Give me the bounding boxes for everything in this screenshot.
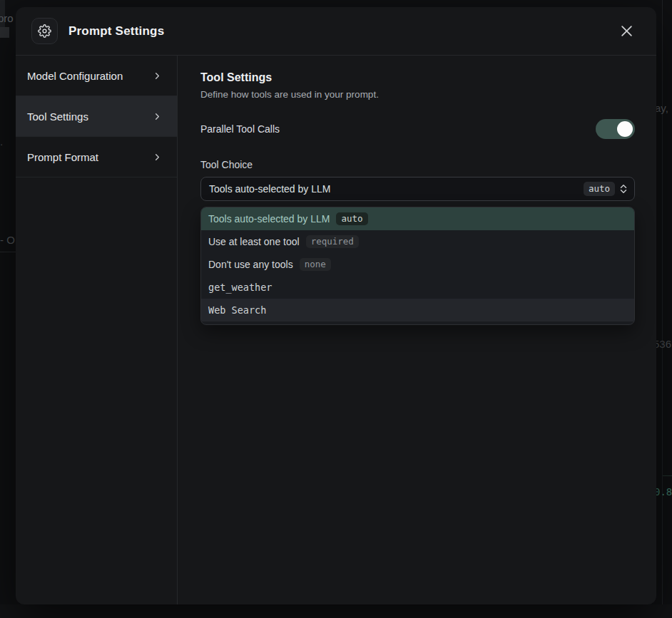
option-label: Don't use any tools — [208, 259, 293, 270]
tool-settings-panel: Tool Settings Define how tools are used … — [178, 56, 656, 604]
option-label: Use at least one tool — [208, 236, 300, 247]
option-badge: none — [300, 258, 331, 271]
dropdown-option-get-weather[interactable]: get_weather — [201, 276, 634, 299]
sidebar-item-prompt-format[interactable]: Prompt Format — [16, 137, 177, 177]
modal-body: Model Configuration Tool Settings Prompt… — [16, 56, 656, 604]
sidebar-item-label: Tool Settings — [27, 110, 88, 123]
option-label: get_weather — [208, 282, 272, 293]
modal-title: Prompt Settings — [68, 24, 164, 38]
tool-choice-label: Tool Choice — [200, 159, 635, 170]
tool-choice-select[interactable]: Tools auto-selected by LLM auto — [200, 177, 635, 201]
option-label: Tools auto-selected by LLM — [208, 213, 330, 225]
panel-heading: Tool Settings — [200, 71, 635, 84]
close-button[interactable] — [616, 21, 636, 41]
parallel-tool-calls-toggle[interactable] — [596, 119, 635, 139]
dropdown-option-auto[interactable]: Tools auto-selected by LLM auto — [201, 207, 634, 230]
close-icon — [621, 25, 633, 37]
select-value: Tools auto-selected by LLM — [209, 183, 330, 195]
option-badge: auto — [336, 212, 367, 225]
bg-text-fragment: . — [0, 135, 3, 148]
dropdown-option-web-search[interactable]: Web Search — [201, 299, 634, 321]
bg-text-fragment: ay, — [655, 102, 668, 114]
sidebar-item-label: Prompt Format — [27, 151, 98, 163]
toggle-knob — [617, 121, 633, 137]
gear-icon — [31, 18, 58, 44]
bg-value-fragment: 0.8 — [654, 486, 672, 498]
bg-shape-fragment — [0, 27, 9, 38]
dropdown-option-required[interactable]: Use at least one tool required — [201, 230, 634, 253]
panel-subtitle: Define how tools are used in your prompt… — [200, 89, 635, 100]
bg-bottom-strip — [0, 604, 672, 618]
select-updown-icon — [618, 183, 628, 195]
parallel-tool-calls-row: Parallel Tool Calls — [200, 118, 635, 140]
select-value-badge: auto — [584, 182, 615, 196]
chevron-right-icon — [152, 111, 163, 122]
bg-divider-line — [663, 475, 672, 476]
sidebar-item-tool-settings[interactable]: Tool Settings — [16, 96, 177, 137]
option-label: Web Search — [208, 304, 266, 316]
modal-header: Prompt Settings — [16, 7, 656, 56]
option-badge: required — [306, 235, 359, 248]
chevron-right-icon — [152, 71, 163, 81]
tool-choice-dropdown: Tools auto-selected by LLM auto Use at l… — [200, 207, 635, 325]
sidebar-item-label: Model Configuration — [27, 70, 123, 82]
sidebar-item-model-configuration[interactable]: Model Configuration — [16, 56, 177, 96]
select-right: auto — [584, 182, 628, 196]
prompt-settings-modal: Prompt Settings Model Configuration Tool… — [16, 7, 656, 604]
chevron-right-icon — [152, 152, 163, 163]
parallel-tool-calls-label: Parallel Tool Calls — [200, 123, 280, 135]
settings-sidebar: Model Configuration Tool Settings Prompt… — [16, 56, 178, 604]
bg-text-fragment: pro — [0, 12, 14, 24]
dropdown-option-none[interactable]: Don't use any tools none — [201, 253, 634, 276]
bg-divider-line — [662, 0, 663, 618]
